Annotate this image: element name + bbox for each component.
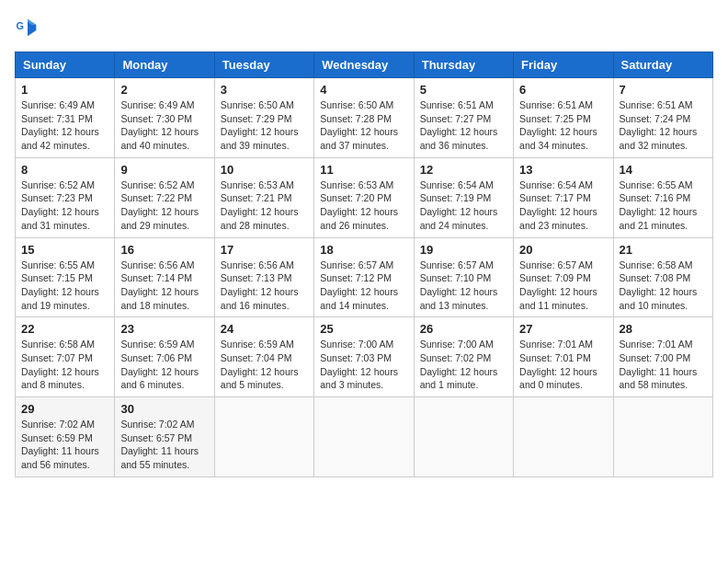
day-number: 16 <box>120 243 208 257</box>
day-number: 12 <box>420 163 507 177</box>
calendar-day-cell: 5 Sunrise: 6:51 AM Sunset: 7:27 PM Dayli… <box>414 78 513 158</box>
day-number: 14 <box>620 163 707 177</box>
day-of-week-header: Tuesday <box>214 52 313 78</box>
day-info: Sunrise: 6:51 AM Sunset: 7:24 PM Dayligh… <box>620 98 707 153</box>
calendar-day-cell: 2 Sunrise: 6:49 AM Sunset: 7:30 PM Dayli… <box>115 78 214 158</box>
day-info: Sunrise: 6:51 AM Sunset: 7:25 PM Dayligh… <box>519 98 607 153</box>
calendar-week-row: 22 Sunrise: 6:58 AM Sunset: 7:07 PM Dayl… <box>16 317 713 397</box>
calendar-day-cell: 26 Sunrise: 7:00 AM Sunset: 7:02 PM Dayl… <box>414 317 513 397</box>
calendar-week-row: 29 Sunrise: 7:02 AM Sunset: 6:59 PM Dayl… <box>16 397 713 477</box>
day-info: Sunrise: 7:00 AM Sunset: 7:02 PM Dayligh… <box>420 338 507 392</box>
day-info: Sunrise: 6:49 AM Sunset: 7:31 PM Dayligh… <box>21 98 108 153</box>
day-info: Sunrise: 6:57 AM Sunset: 7:09 PM Dayligh… <box>519 259 607 313</box>
calendar-day-cell: 22 Sunrise: 6:58 AM Sunset: 7:07 PM Dayl… <box>16 317 115 397</box>
day-number: 6 <box>519 83 607 97</box>
day-info: Sunrise: 6:49 AM Sunset: 7:30 PM Dayligh… <box>120 98 208 153</box>
calendar-day-cell: 12 Sunrise: 6:54 AM Sunset: 7:19 PM Dayl… <box>414 157 513 237</box>
day-number: 13 <box>519 163 607 177</box>
day-number: 11 <box>320 163 407 177</box>
day-info: Sunrise: 6:50 AM Sunset: 7:29 PM Dayligh… <box>221 98 308 153</box>
calendar-day-cell: 4 Sunrise: 6:50 AM Sunset: 7:28 PM Dayli… <box>314 78 414 158</box>
day-info: Sunrise: 6:58 AM Sunset: 7:07 PM Dayligh… <box>21 338 108 392</box>
day-info: Sunrise: 6:59 AM Sunset: 7:06 PM Dayligh… <box>120 338 208 392</box>
day-number: 15 <box>21 243 108 257</box>
calendar-day-cell <box>214 397 313 477</box>
calendar-day-cell: 7 Sunrise: 6:51 AM Sunset: 7:24 PM Dayli… <box>613 78 712 158</box>
day-info: Sunrise: 6:52 AM Sunset: 7:22 PM Dayligh… <box>120 178 208 233</box>
day-of-week-header: Wednesday <box>314 52 414 78</box>
day-info: Sunrise: 6:53 AM Sunset: 7:20 PM Dayligh… <box>320 178 407 233</box>
calendar-day-cell: 14 Sunrise: 6:55 AM Sunset: 7:16 PM Dayl… <box>613 157 712 237</box>
calendar-day-cell: 28 Sunrise: 7:01 AM Sunset: 7:00 PM Dayl… <box>613 317 712 397</box>
day-info: Sunrise: 6:52 AM Sunset: 7:23 PM Dayligh… <box>21 178 108 233</box>
day-of-week-header: Friday <box>514 52 613 78</box>
day-number: 26 <box>420 322 507 336</box>
calendar-day-cell <box>414 397 513 477</box>
day-number: 28 <box>620 322 707 336</box>
day-number: 1 <box>21 83 108 97</box>
day-number: 17 <box>221 243 308 257</box>
calendar-day-cell: 25 Sunrise: 7:00 AM Sunset: 7:03 PM Dayl… <box>314 317 414 397</box>
calendar-day-cell: 21 Sunrise: 6:58 AM Sunset: 7:08 PM Dayl… <box>613 237 712 317</box>
day-number: 29 <box>21 402 108 416</box>
svg-text:G: G <box>17 20 24 31</box>
day-info: Sunrise: 7:01 AM Sunset: 7:00 PM Dayligh… <box>620 338 707 392</box>
day-number: 25 <box>320 322 407 336</box>
calendar-day-cell: 19 Sunrise: 6:57 AM Sunset: 7:10 PM Dayl… <box>414 237 513 317</box>
day-info: Sunrise: 7:01 AM Sunset: 7:01 PM Dayligh… <box>519 338 607 392</box>
calendar-day-cell: 23 Sunrise: 6:59 AM Sunset: 7:06 PM Dayl… <box>115 317 214 397</box>
day-number: 3 <box>221 83 308 97</box>
calendar-day-cell <box>613 397 712 477</box>
day-of-week-header: Saturday <box>613 52 712 78</box>
day-number: 2 <box>120 83 208 97</box>
day-number: 20 <box>519 243 607 257</box>
logo-icon: G <box>15 15 40 40</box>
calendar-week-row: 1 Sunrise: 6:49 AM Sunset: 7:31 PM Dayli… <box>16 78 713 158</box>
calendar-day-cell: 27 Sunrise: 7:01 AM Sunset: 7:01 PM Dayl… <box>514 317 613 397</box>
calendar-day-cell: 10 Sunrise: 6:53 AM Sunset: 7:21 PM Dayl… <box>214 157 313 237</box>
calendar-day-cell: 20 Sunrise: 6:57 AM Sunset: 7:09 PM Dayl… <box>514 237 613 317</box>
day-info: Sunrise: 6:56 AM Sunset: 7:14 PM Dayligh… <box>120 259 208 313</box>
calendar-day-cell: 17 Sunrise: 6:56 AM Sunset: 7:13 PM Dayl… <box>214 237 313 317</box>
logo: G <box>15 15 44 40</box>
calendar-week-row: 15 Sunrise: 6:55 AM Sunset: 7:15 PM Dayl… <box>16 237 713 317</box>
day-of-week-header: Thursday <box>414 52 513 78</box>
day-info: Sunrise: 6:56 AM Sunset: 7:13 PM Dayligh… <box>221 259 308 313</box>
day-number: 10 <box>221 163 308 177</box>
day-info: Sunrise: 7:02 AM Sunset: 6:57 PM Dayligh… <box>120 418 208 472</box>
calendar-day-cell: 6 Sunrise: 6:51 AM Sunset: 7:25 PM Dayli… <box>514 78 613 158</box>
calendar-day-cell: 8 Sunrise: 6:52 AM Sunset: 7:23 PM Dayli… <box>16 157 115 237</box>
calendar-table: SundayMondayTuesdayWednesdayThursdayFrid… <box>15 52 713 477</box>
day-number: 8 <box>21 163 108 177</box>
day-number: 9 <box>120 163 208 177</box>
day-number: 19 <box>420 243 507 257</box>
calendar-day-cell <box>514 397 613 477</box>
day-number: 30 <box>120 402 208 416</box>
day-info: Sunrise: 6:57 AM Sunset: 7:12 PM Dayligh… <box>320 259 407 313</box>
calendar-header-row: SundayMondayTuesdayWednesdayThursdayFrid… <box>16 52 713 78</box>
day-info: Sunrise: 6:59 AM Sunset: 7:04 PM Dayligh… <box>221 338 308 392</box>
day-number: 4 <box>320 83 407 97</box>
day-info: Sunrise: 7:02 AM Sunset: 6:59 PM Dayligh… <box>21 418 108 472</box>
day-info: Sunrise: 6:55 AM Sunset: 7:16 PM Dayligh… <box>620 178 707 233</box>
calendar-week-row: 8 Sunrise: 6:52 AM Sunset: 7:23 PM Dayli… <box>16 157 713 237</box>
calendar-day-cell: 1 Sunrise: 6:49 AM Sunset: 7:31 PM Dayli… <box>16 78 115 158</box>
day-info: Sunrise: 6:55 AM Sunset: 7:15 PM Dayligh… <box>21 259 108 313</box>
day-info: Sunrise: 7:00 AM Sunset: 7:03 PM Dayligh… <box>320 338 407 392</box>
calendar-day-cell: 13 Sunrise: 6:54 AM Sunset: 7:17 PM Dayl… <box>514 157 613 237</box>
calendar-day-cell: 18 Sunrise: 6:57 AM Sunset: 7:12 PM Dayl… <box>314 237 414 317</box>
day-of-week-header: Monday <box>115 52 214 78</box>
day-number: 23 <box>120 322 208 336</box>
day-number: 7 <box>620 83 707 97</box>
day-info: Sunrise: 6:50 AM Sunset: 7:28 PM Dayligh… <box>320 98 407 153</box>
page-header: G <box>15 15 713 40</box>
day-info: Sunrise: 6:54 AM Sunset: 7:17 PM Dayligh… <box>519 178 607 233</box>
calendar-day-cell: 15 Sunrise: 6:55 AM Sunset: 7:15 PM Dayl… <box>16 237 115 317</box>
calendar-day-cell: 9 Sunrise: 6:52 AM Sunset: 7:22 PM Dayli… <box>115 157 214 237</box>
day-info: Sunrise: 6:58 AM Sunset: 7:08 PM Dayligh… <box>620 259 707 313</box>
day-info: Sunrise: 6:57 AM Sunset: 7:10 PM Dayligh… <box>420 259 507 313</box>
calendar-day-cell: 30 Sunrise: 7:02 AM Sunset: 6:57 PM Dayl… <box>115 397 214 477</box>
calendar-day-cell: 24 Sunrise: 6:59 AM Sunset: 7:04 PM Dayl… <box>214 317 313 397</box>
day-number: 18 <box>320 243 407 257</box>
calendar-day-cell: 3 Sunrise: 6:50 AM Sunset: 7:29 PM Dayli… <box>214 78 313 158</box>
